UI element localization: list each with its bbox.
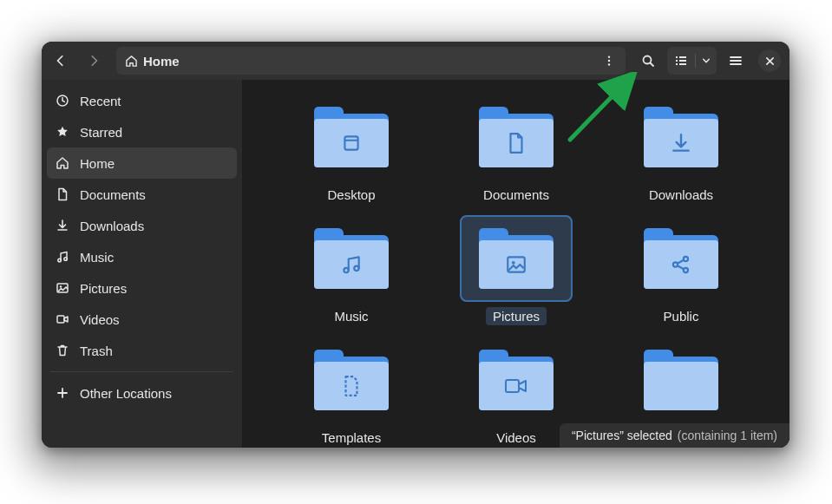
folder-label: Documents [476, 186, 556, 204]
folder-icon [644, 350, 718, 410]
sidebar-item-documents[interactable]: Documents [47, 179, 237, 210]
folder-item-public[interactable]: Public [599, 213, 763, 335]
svg-rect-15 [57, 316, 64, 323]
status-secondary: (containing 1 item) [678, 429, 777, 442]
sidebar: Recent Starred Home Documents Downloads … [42, 80, 243, 448]
back-button[interactable] [47, 47, 75, 75]
folder-icon [644, 107, 718, 167]
svg-rect-8 [679, 60, 686, 62]
folder-icon [479, 107, 554, 167]
music-glyph-icon [314, 240, 389, 289]
svg-rect-5 [676, 60, 678, 62]
svg-point-2 [608, 63, 610, 65]
svg-point-22 [684, 257, 688, 261]
svg-point-18 [354, 266, 358, 271]
folder-item-documents[interactable]: Documents [434, 92, 599, 213]
hamburger-menu-button[interactable] [722, 47, 750, 75]
view-switcher [667, 47, 717, 75]
plus-icon [56, 386, 69, 400]
chevron-right-icon [88, 55, 100, 67]
window-body: Recent Starred Home Documents Downloads … [42, 80, 789, 448]
svg-point-11 [58, 259, 62, 262]
share-glyph-icon [644, 240, 718, 289]
clock-icon [56, 94, 69, 108]
icon-grid: Desktop Documents [243, 80, 789, 448]
main-pane: Desktop Documents [243, 80, 789, 448]
breadcrumb[interactable]: Home [125, 54, 180, 69]
menu-icon [729, 54, 743, 68]
svg-rect-6 [676, 63, 678, 65]
sidebar-item-music[interactable]: Music [47, 241, 237, 272]
sidebar-item-label: Downloads [80, 219, 144, 233]
sidebar-item-label: Home [80, 156, 115, 171]
svg-point-21 [673, 262, 678, 266]
close-icon [765, 56, 775, 66]
star-icon [56, 125, 69, 139]
document-glyph-icon [479, 119, 554, 167]
sidebar-item-label: Other Locations [80, 386, 172, 401]
svg-point-12 [64, 258, 68, 261]
sidebar-divider [50, 371, 233, 372]
sidebar-item-label: Starred [80, 125, 122, 140]
folder-icon [314, 228, 389, 289]
svg-point-14 [60, 285, 62, 287]
close-button[interactable] [758, 49, 781, 72]
svg-point-1 [608, 60, 610, 62]
download-glyph-icon [644, 119, 718, 167]
home-icon [56, 156, 69, 170]
folder-icon [314, 350, 389, 410]
sidebar-item-downloads[interactable]: Downloads [47, 210, 237, 241]
sidebar-item-label: Pictures [80, 281, 127, 296]
folder-label: Videos [489, 429, 543, 447]
folder-item-music[interactable]: Music [269, 213, 434, 335]
video-icon [56, 312, 69, 326]
headerbar: Home [42, 42, 789, 80]
path-menu-button[interactable] [598, 49, 620, 72]
sidebar-item-home[interactable]: Home [47, 147, 237, 179]
status-primary: “Pictures” selected [572, 429, 672, 442]
search-button[interactable] [634, 47, 662, 75]
list-icon [674, 54, 688, 68]
svg-rect-4 [676, 56, 678, 58]
document-icon [56, 187, 69, 201]
video-glyph-icon [479, 362, 554, 410]
sidebar-item-label: Videos [80, 312, 120, 327]
view-options-button[interactable] [696, 47, 717, 75]
forward-button[interactable] [80, 47, 108, 75]
folder-label: Music [327, 307, 375, 325]
sidebar-item-label: Trash [80, 344, 113, 358]
trash-icon [56, 344, 69, 357]
folder-item-templates[interactable]: Templates [269, 335, 434, 448]
folder-icon [314, 107, 389, 167]
sidebar-item-starred[interactable]: Starred [47, 116, 237, 147]
folder-icon [479, 350, 554, 410]
sidebar-item-pictures[interactable]: Pictures [47, 272, 237, 304]
folder-label: Templates [315, 429, 388, 447]
svg-rect-16 [344, 136, 357, 149]
sidebar-item-videos[interactable]: Videos [47, 304, 237, 335]
folder-item-desktop[interactable]: Desktop [269, 92, 434, 213]
kebab-icon [603, 55, 615, 67]
sidebar-item-recent[interactable]: Recent [47, 85, 237, 116]
desktop-glyph-icon [314, 119, 389, 167]
folder-label: Pictures [486, 307, 547, 325]
folder-label: Downloads [642, 186, 720, 204]
file-manager-window: Home [42, 42, 789, 448]
folder-label: Public [657, 307, 706, 325]
list-view-button[interactable] [667, 47, 695, 75]
folder-item-downloads[interactable]: Downloads [599, 92, 763, 213]
template-glyph-icon [314, 362, 389, 410]
svg-point-17 [344, 268, 348, 272]
folder-item-pictures[interactable]: Pictures [434, 213, 599, 335]
breadcrumb-label: Home [143, 54, 180, 69]
svg-point-23 [684, 268, 688, 272]
picture-icon [56, 281, 69, 295]
sidebar-item-trash[interactable]: Trash [47, 335, 237, 366]
svg-rect-24 [506, 380, 519, 392]
search-icon [641, 54, 655, 68]
statusbar: “Pictures” selected (containing 1 item) [560, 423, 789, 448]
sidebar-item-other-locations[interactable]: Other Locations [47, 377, 237, 409]
pathbar[interactable]: Home [116, 47, 626, 75]
svg-point-20 [512, 261, 515, 265]
sidebar-item-label: Documents [80, 187, 146, 202]
